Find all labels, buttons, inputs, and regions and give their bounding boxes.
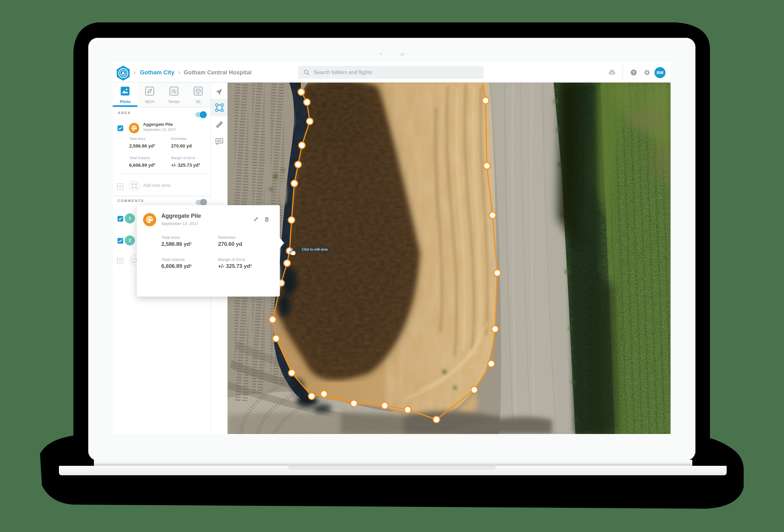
svg-text:?: ? bbox=[633, 70, 635, 75]
